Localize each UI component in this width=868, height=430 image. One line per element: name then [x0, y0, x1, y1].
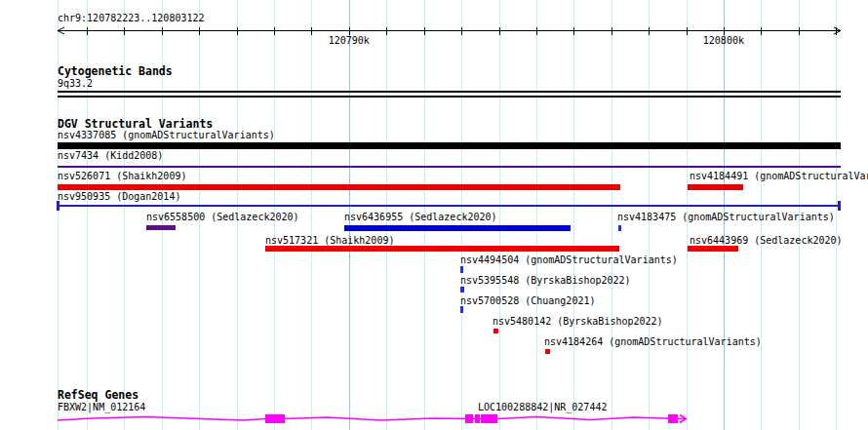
variant-bar-nsv4184491[interactable]: [688, 184, 743, 190]
ruler-tick: [237, 27, 238, 35]
ruler-tick: [836, 27, 837, 35]
variant-bar-nsv517321[interactable]: [265, 246, 619, 252]
variant-bar-nsv5480142[interactable]: [493, 329, 498, 333]
gene-exon[interactable]: [465, 414, 473, 423]
variant-endtick-right-nsv950935: [838, 201, 841, 211]
gridline: [499, 0, 500, 430]
cytogenetic-bands-title: Cytogenetic Bands: [58, 65, 173, 77]
variant-bar-nsv5395548[interactable]: [460, 287, 464, 293]
ruler-tick-label: 120800k: [703, 36, 744, 46]
variant-label-nsv6558500[interactable]: nsv6558500 (Sedlazeck2020): [146, 213, 299, 222]
ruler-tick: [311, 27, 312, 35]
ruler-tick: [162, 27, 163, 35]
ruler-tick: [349, 27, 350, 35]
ruler-tick: [199, 27, 200, 35]
ruler-tick: [274, 27, 275, 35]
variant-bar-nsv526071[interactable]: [58, 184, 620, 190]
variant-label-nsv4494504[interactable]: nsv4494504 (gnomADStructuralVariants): [460, 255, 678, 265]
ruler-tick: [799, 27, 800, 35]
gridline: [311, 0, 312, 430]
variant-bar-nsv4494504[interactable]: [460, 266, 463, 273]
variant-label-nsv5395548[interactable]: nsv5395548 (ByrskaBishop2022): [460, 276, 631, 286]
gene-exon[interactable]: [481, 414, 497, 423]
variant-bar-nsv4183475[interactable]: [618, 225, 621, 231]
gridline: [836, 0, 837, 430]
gridline: [573, 0, 574, 430]
ruler-tick: [724, 27, 725, 35]
ruler-tick-label: 120790k: [329, 36, 370, 46]
refseq-genes-title: RefSeq Genes: [58, 389, 138, 401]
gene-exon[interactable]: [475, 414, 480, 423]
variant-bar-nsv5700528[interactable]: [460, 306, 463, 313]
gene-exon[interactable]: [265, 414, 285, 423]
variant-label-nsv4183475[interactable]: nsv4183475 (gnomADStructuralVariants): [617, 213, 835, 222]
ruler-tick: [573, 27, 574, 35]
variant-bar-nsv950935[interactable]: [58, 205, 840, 207]
variant-label-nsv4184491[interactable]: nsv4184491 (gnomADStructuralVariants): [690, 172, 868, 181]
gene-label-FBXW2[interactable]: FBXW2|NM_012164: [58, 403, 145, 412]
gene-label-LOC100288842[interactable]: LOC100288842|NR_027442: [478, 403, 607, 412]
variant-label-nsv950935[interactable]: nsv950935 (Dogan2014): [58, 192, 180, 202]
variant-bar-nsv4337085[interactable]: [58, 142, 841, 149]
variant-endtick-left-nsv950935: [57, 201, 59, 211]
ruler-tick: [461, 27, 462, 35]
gene-line: [58, 417, 685, 421]
gene-exon[interactable]: [668, 414, 678, 423]
variant-bar-nsv6558500[interactable]: [146, 225, 176, 230]
gridline: [536, 0, 537, 430]
variant-label-nsv5700528[interactable]: nsv5700528 (Chuang2021): [460, 296, 595, 306]
variant-bar-nsv7434[interactable]: [58, 166, 841, 168]
variant-bar-nsv4184264[interactable]: [545, 349, 550, 354]
variant-label-nsv4184264[interactable]: nsv4184264 (gnomADStructuralVariants): [544, 337, 762, 347]
ruler-tick: [761, 27, 762, 35]
variant-label-nsv4337085[interactable]: nsv4337085 (gnomADStructuralVariants): [58, 131, 275, 140]
variant-bar-nsv6436955[interactable]: [344, 225, 571, 231]
variant-label-nsv6443969[interactable]: nsv6443969 (Sedlazeck2020): [690, 236, 843, 246]
variant-label-nsv526071[interactable]: nsv526071 (Shaikh2009): [58, 172, 186, 181]
variant-label-nsv517321[interactable]: nsv517321 (Shaikh2009): [265, 236, 394, 246]
dgv-structural-variants-title: DGV Structural Variants: [58, 118, 213, 130]
ruler-tick: [87, 27, 88, 35]
ruler-tick: [536, 27, 537, 35]
variant-label-nsv6436955[interactable]: nsv6436955 (Sedlazeck2020): [344, 213, 497, 222]
ruler-tick: [424, 27, 425, 35]
genome-browser-canvas: chr9:120782223..120803122 Cytogenetic Ba…: [0, 0, 868, 430]
variant-label-nsv5480142[interactable]: nsv5480142 (ByrskaBishop2022): [493, 317, 663, 327]
ruler-tick: [649, 27, 650, 35]
ruler-tick: [687, 27, 688, 35]
ruler-tick: [499, 27, 500, 35]
cytogenetic-band-box: [58, 91, 841, 98]
cytogenetic-band-label: 9q33.2: [58, 79, 93, 89]
gridline: [612, 0, 612, 430]
region-label: chr9:120782223..120803122: [58, 14, 205, 23]
ruler-tick: [386, 27, 387, 35]
ruler-tick: [612, 27, 612, 35]
variant-bar-nsv6443969[interactable]: [688, 246, 738, 252]
ruler-tick: [124, 27, 125, 35]
variant-label-nsv7434[interactable]: nsv7434 (Kidd2008): [58, 151, 163, 161]
